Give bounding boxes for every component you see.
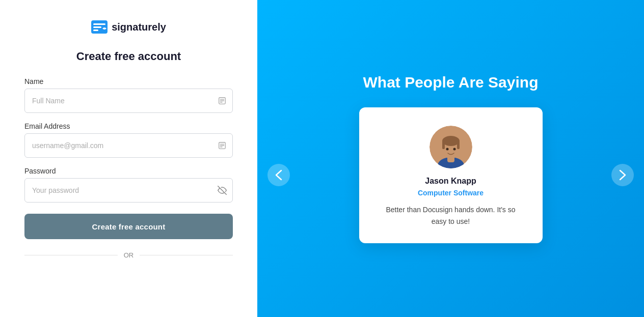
testimonial-next-button[interactable]: [611, 164, 634, 186]
email-label: Email Address: [24, 122, 233, 130]
email-field-group: Email Address: [24, 122, 233, 158]
svg-rect-2: [93, 26, 101, 28]
chevron-left-icon: [275, 169, 282, 181]
right-panel: What People Are Saying: [257, 0, 644, 317]
password-input[interactable]: [24, 178, 233, 203]
reviewer-name: Jason Knapp: [425, 177, 476, 186]
chevron-right-icon: [619, 169, 626, 181]
email-input[interactable]: [24, 133, 233, 158]
signup-form: Name Email Address Password: [24, 77, 233, 261]
testimonial-card: Jason Knapp Computer Software Better tha…: [359, 107, 543, 243]
avatar: [430, 126, 472, 168]
email-input-wrapper: [24, 133, 233, 158]
logo-icon: [91, 20, 108, 34]
password-label: Password: [24, 167, 233, 175]
logo-text: signaturely: [112, 21, 166, 33]
reviewer-company: Computer Software: [418, 189, 484, 197]
svg-rect-19: [442, 141, 445, 149]
testimonial-prev-button[interactable]: [267, 164, 290, 186]
password-input-wrapper: [24, 178, 233, 203]
reviewer-quote: Better than Docusign hands down. It's so…: [380, 204, 522, 227]
divider-line-left: [24, 255, 118, 255]
divider-text: OR: [124, 251, 134, 259]
name-input-wrapper: [24, 89, 233, 113]
logo: signaturely: [91, 20, 166, 34]
svg-point-18: [442, 136, 460, 146]
divider-line-right: [140, 255, 233, 255]
password-visibility-icon[interactable]: [218, 186, 227, 195]
svg-point-21: [446, 148, 448, 151]
svg-rect-3: [93, 30, 98, 31]
name-input-icon: [218, 96, 227, 105]
svg-point-22: [453, 148, 455, 151]
left-panel: signaturely Create free account Name Ema…: [0, 0, 257, 317]
page-title: Create free account: [76, 50, 181, 63]
name-label: Name: [24, 77, 233, 85]
testimonials-heading: What People Are Saying: [363, 74, 539, 91]
divider: OR: [24, 251, 233, 259]
password-field-group: Password: [24, 167, 233, 203]
svg-rect-20: [457, 141, 460, 149]
email-input-icon: [218, 141, 227, 150]
svg-rect-1: [93, 23, 105, 25]
name-field-group: Name: [24, 77, 233, 113]
name-input[interactable]: [24, 89, 233, 113]
create-account-button[interactable]: Create free account: [24, 214, 233, 239]
